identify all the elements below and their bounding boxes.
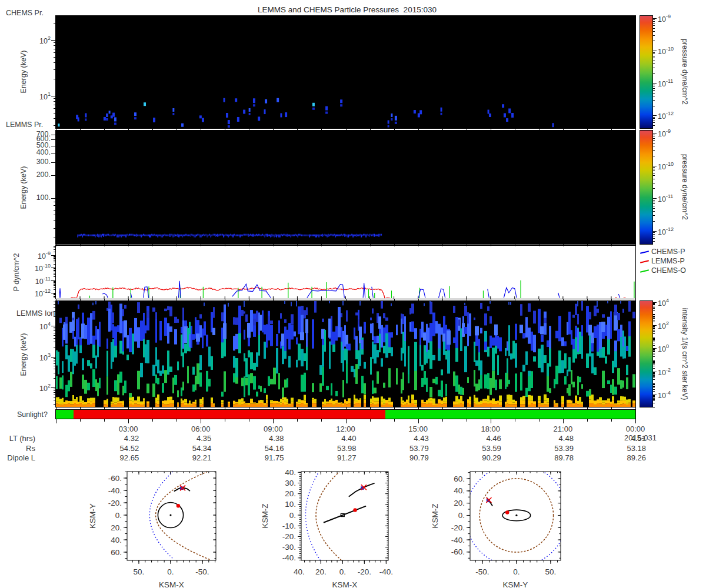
orbit-ytick-label: 20. [454, 499, 465, 507]
p1-yminortick [54, 105, 56, 105]
p4-yminortick [54, 400, 56, 400]
row-value: 4.32 [98, 434, 139, 443]
orbit-plot-ksm-x-ksm-y: 50.0.-50.-60.-40.-20.0.20.40.60.KSM-XKSM… [88, 472, 216, 588]
cbar2-minortick [652, 150, 655, 151]
cbar2-tick [652, 133, 657, 133]
cbar2-minortick [652, 232, 655, 233]
time-axis-tick [321, 299, 322, 301]
cbar3-minortick [652, 352, 655, 352]
cbar3-minortick [652, 385, 655, 385]
time-axis-tick [611, 299, 612, 301]
cbar1-tick-label: 10-10 [658, 46, 674, 56]
cbar2-minortick [652, 203, 655, 204]
time-axis-tick [563, 129, 564, 131]
orbit-yaxis-label: KSM-Y [88, 503, 97, 529]
orbit-xtick-label: 20. [315, 567, 327, 576]
cbar1-minortick [652, 122, 655, 123]
cbar3-minortick [652, 397, 655, 397]
p1-yminortick [54, 98, 56, 99]
row-value: 89.26 [605, 453, 646, 462]
time-axis-tick [80, 407, 81, 409]
p3-yminortick [54, 262, 56, 262]
bow-shock-curve [305, 472, 320, 560]
time-tick-label: 15:00 [398, 425, 439, 433]
p3-yminortick [54, 283, 56, 283]
time-axis-tick [249, 245, 249, 246]
cbar3-minortick [652, 328, 655, 329]
series-chems-p [102, 293, 108, 298]
time-axis-tick [104, 407, 105, 409]
cbar3-minortick [652, 326, 655, 326]
cbar1-minortick [652, 19, 655, 20]
time-axis-tick [539, 407, 540, 409]
p3-ytick-label: 10-9 [0, 250, 51, 260]
row-label-lthrs: LT (hrs) [0, 434, 35, 443]
cbar2-minortick [652, 234, 655, 235]
cbar3-minortick [652, 339, 655, 340]
row-value: 54.52 [98, 444, 139, 453]
page-title: LEMMS and CHEMS Particle Pressures 2015:… [0, 5, 694, 14]
p3-ytick-label: 10-11 [0, 276, 51, 286]
cbar3-minortick [652, 407, 655, 407]
cbar3-minortick [652, 373, 655, 374]
cbar1-minortick [652, 121, 655, 121]
cbar1-minortick [652, 52, 655, 53]
p3-yminortick [54, 296, 56, 296]
p2-ytick-label: 200. [0, 171, 51, 179]
p3-yminortick [54, 287, 56, 288]
pressure-colorbar-1 [640, 15, 653, 129]
series-chems-p [144, 287, 149, 298]
cbar3-minortick [652, 345, 655, 346]
p4-yminortick [54, 307, 56, 308]
cbar1-tick [652, 83, 657, 83]
time-axis-tick [176, 299, 177, 301]
time-axis-tick [539, 245, 540, 246]
row-value: 89.78 [532, 453, 574, 462]
lemms-ions-spectrogram [55, 300, 636, 407]
orbit-ytick-label: -30. [282, 543, 296, 552]
cbar3-minortick [652, 377, 655, 378]
row-value: 4.48 [532, 434, 574, 443]
time-axis-tick [394, 245, 395, 246]
time-axis-tick [442, 407, 443, 409]
cbar3-minortick [652, 365, 655, 365]
orbit-ytick-label: 40. [454, 486, 465, 495]
time-axis-tick [539, 299, 540, 301]
orbit-ytick-label: 30. [285, 479, 296, 487]
p3-yminortick [54, 284, 56, 285]
p1-yminortick [54, 42, 56, 43]
time-axis-tick [442, 419, 443, 422]
time-axis-tick [491, 245, 491, 246]
cbar1-minortick [652, 28, 655, 29]
time-axis-tick [152, 245, 153, 246]
sunlight-indicator-bar [55, 409, 636, 419]
time-axis-tick [587, 245, 588, 246]
orbit-plot-curves [305, 472, 374, 560]
cbar3-minortick [652, 327, 655, 328]
time-axis-tick [273, 299, 274, 301]
time-axis-tick [201, 299, 201, 301]
time-axis-tick [515, 299, 515, 301]
pressure-colorbar-caption-2: pressure dyne/cm^2 [681, 140, 689, 234]
cbar2-minortick [652, 211, 655, 212]
p3-yminortick [54, 282, 56, 282]
p4-yminortick [54, 378, 56, 379]
panel-label-sunlight: Sunlight? [0, 410, 48, 419]
intensity-colorbar [640, 300, 653, 407]
time-axis-tick [611, 407, 612, 409]
time-axis-tick [467, 407, 467, 409]
cbar3-minortick [652, 368, 655, 369]
time-axis-tick [201, 419, 201, 423]
time-axis-tick [297, 419, 298, 422]
p3-yminortick [54, 289, 56, 290]
p3-yminortick [54, 249, 56, 250]
cbar2-minortick [652, 175, 655, 176]
cbar2-tick-label: 10-12 [658, 226, 674, 236]
time-axis-tick [370, 419, 371, 422]
cbar1-minortick [652, 86, 655, 86]
series-chems-p [59, 288, 61, 298]
row-value: 4.43 [388, 434, 429, 443]
cbar1-tick-label: 10-9 [658, 14, 671, 24]
orbit-ytick-label: 0. [115, 511, 122, 520]
time-axis-tick [56, 419, 56, 423]
